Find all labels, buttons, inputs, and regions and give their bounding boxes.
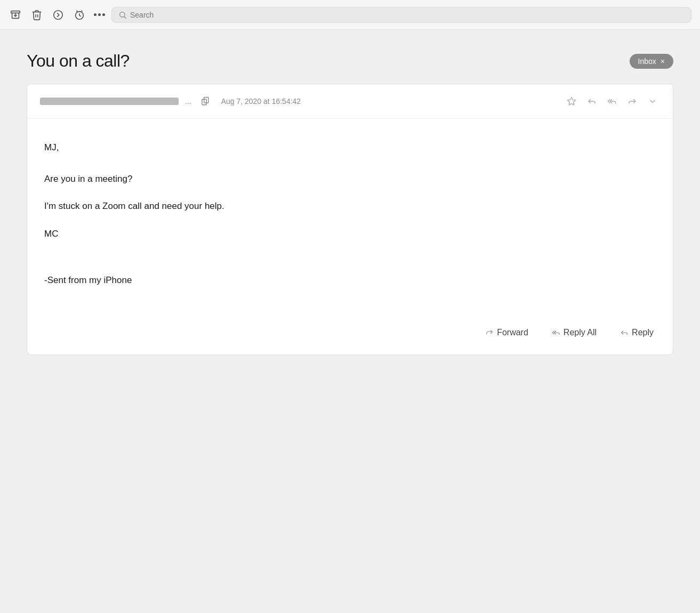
- reply-icon[interactable]: [584, 94, 599, 109]
- reply-all-btn-icon: [552, 328, 560, 337]
- svg-point-6: [120, 12, 125, 17]
- body-greeting: MJ,: [44, 140, 656, 155]
- search-icon: [118, 11, 127, 19]
- reply-btn-icon: [620, 328, 629, 337]
- main-content: You on a call? Inbox × ... Aug 7, 2020 a…: [0, 30, 700, 376]
- reply-all-label: Reply All: [564, 328, 597, 337]
- svg-rect-0: [11, 11, 20, 13]
- body-sent-from: -Sent from my iPhone: [44, 273, 656, 287]
- reply-all-icon[interactable]: [605, 94, 619, 109]
- archive-icon[interactable]: [9, 8, 22, 22]
- expand-icon[interactable]: [645, 94, 660, 109]
- email-body: MJ, Are you in a meeting? I'm stuck on a…: [27, 119, 673, 313]
- svg-line-7: [124, 17, 126, 19]
- body-line1: Are you in a meeting?: [44, 172, 656, 186]
- email-actions: [564, 94, 660, 109]
- clock-icon[interactable]: [73, 8, 86, 22]
- email-subject: You on a call?: [27, 51, 130, 71]
- more-options-icon[interactable]: [94, 13, 105, 16]
- reply-label: Reply: [632, 328, 654, 337]
- email-footer: Forward Reply All Reply: [27, 313, 673, 354]
- email-card: ... Aug 7, 2020 at 16:54:42: [27, 84, 673, 355]
- reply-button[interactable]: Reply: [614, 324, 660, 342]
- trash-icon[interactable]: [30, 8, 44, 22]
- email-date: Aug 7, 2020 at 16:54:42: [221, 97, 301, 106]
- forward-label: Forward: [497, 328, 528, 337]
- forward-arrow-icon[interactable]: [51, 8, 65, 22]
- svg-line-5: [82, 10, 83, 11]
- search-input[interactable]: [130, 11, 685, 19]
- sender-redacted: [40, 98, 179, 105]
- email-header: ... Aug 7, 2020 at 16:54:42: [27, 84, 673, 119]
- ellipsis: ...: [185, 97, 191, 106]
- email-subject-row: You on a call? Inbox ×: [27, 51, 673, 71]
- reply-all-button[interactable]: Reply All: [545, 324, 603, 342]
- star-icon[interactable]: [564, 94, 579, 109]
- inbox-badge-close[interactable]: ×: [661, 58, 665, 65]
- toolbar-icons: [9, 8, 105, 22]
- inbox-badge-label: Inbox: [638, 57, 656, 66]
- svg-line-4: [77, 10, 78, 11]
- svg-marker-10: [568, 98, 576, 105]
- inbox-badge[interactable]: Inbox ×: [630, 54, 673, 69]
- body-line2: I'm stuck on a Zoom call and need your h…: [44, 199, 656, 213]
- svg-point-2: [54, 10, 63, 19]
- toolbar: [0, 0, 700, 30]
- email-details-icon[interactable]: [198, 94, 213, 109]
- forward-button[interactable]: Forward: [479, 324, 535, 342]
- forward-btn-icon: [485, 328, 494, 337]
- forward-icon[interactable]: [625, 94, 640, 109]
- search-bar[interactable]: [111, 7, 691, 23]
- body-signature: MC: [44, 227, 656, 241]
